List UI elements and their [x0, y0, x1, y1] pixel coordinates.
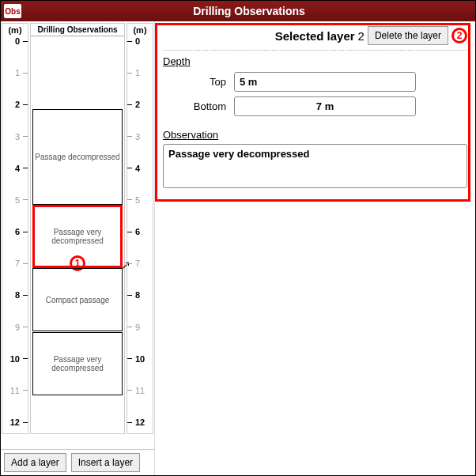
title-bar[interactable]: Obs Drilling Observations — [1, 1, 475, 21]
right-panel: Selected layer 2 Delete the layer 2 Dept… — [155, 21, 475, 475]
depth-section-header: Depth — [163, 55, 467, 67]
delete-layer-button[interactable]: Delete the layer — [368, 26, 448, 45]
top-depth-input[interactable] — [234, 72, 416, 92]
log-chart[interactable]: (m) 0123456789101112 Drilling Observatio… — [1, 21, 154, 450]
right-depth-scale: (m) 0123456789101112 — [127, 23, 153, 434]
observation-textarea[interactable]: Passage very decompressed — [163, 144, 467, 188]
left-depth-scale: (m) 0123456789101112 — [2, 23, 28, 434]
obs-column-header: Drilling Observations — [31, 24, 124, 36]
observation-section-header: Observation — [163, 129, 467, 141]
layer-box[interactable]: Passage very decompressed — [32, 205, 123, 268]
layer-box[interactable]: Passage decompressed — [32, 109, 123, 205]
selected-layer-label: Selected layer — [275, 29, 355, 43]
selected-layer-number: 2 — [358, 29, 365, 43]
layer-buttons-row: Add a layer Insert a layer — [1, 450, 154, 475]
app-window: Obs Drilling Observations (m) 0123456789… — [0, 0, 476, 476]
app-icon: Obs — [4, 4, 21, 18]
scale-unit-left: (m) — [2, 24, 28, 36]
left-panel: (m) 0123456789101112 Drilling Observatio… — [1, 21, 155, 475]
selected-layer-row: Selected layer 2 Delete the layer 2 — [163, 26, 467, 51]
bottom-depth-input[interactable] — [234, 96, 416, 116]
top-label: Top — [163, 76, 226, 88]
annotation-badge-2: 2 — [451, 28, 467, 43]
window-title: Drilling Observations — [26, 5, 472, 17]
bottom-label: Bottom — [163, 100, 226, 112]
layer-box[interactable]: Compact passage — [32, 268, 123, 331]
add-layer-button[interactable]: Add a layer — [4, 453, 66, 472]
layer-box[interactable]: Passage very decompressed — [32, 332, 123, 395]
insert-layer-button[interactable]: Insert a layer — [71, 453, 140, 472]
observations-column[interactable]: Drilling Observations Passage decompress… — [30, 23, 125, 434]
scale-unit-right: (m) — [127, 24, 153, 36]
